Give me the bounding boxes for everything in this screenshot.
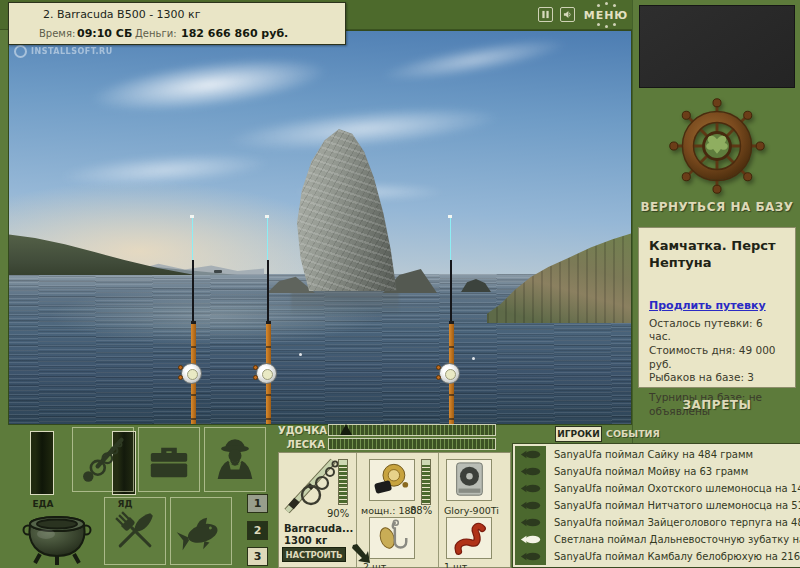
event-text: SanyaUfa поймал Мойву на 63 грамм — [554, 466, 748, 477]
event-row: SanyaUfa поймал Охотского шлемоносца на … — [515, 480, 799, 497]
rod-upper-shaft — [450, 260, 452, 321]
rod-condition-value: 90% — [327, 508, 349, 519]
reel-thumbnail — [372, 461, 412, 499]
event-fish-icon — [515, 483, 546, 494]
time-value: 09:10 СБ — [77, 27, 132, 40]
rod-reel — [256, 363, 277, 384]
event-row: SanyaUfa поймал Мойву на 63 грамм — [515, 463, 799, 480]
rod-upper-shaft — [192, 260, 194, 321]
fishing-line — [267, 218, 268, 260]
event-row: SanyaUfa поймал Камбалу белобрюхую на 21… — [515, 548, 799, 565]
rod-bar-label: УДОЧКА — [278, 425, 325, 436]
tacklebox-icon — [143, 434, 195, 486]
active-rod-title: 2. Barracuda B500 - 1300 кг — [43, 8, 201, 21]
event-row: SanyaUfa поймал Нитчатого шлемоносца на … — [515, 497, 799, 514]
event-text: SanyaUfa поймал Нитчатого шлемоносца на … — [554, 500, 800, 511]
food-gauge — [30, 431, 54, 495]
line-power-bar — [328, 438, 496, 450]
menu-button[interactable]: МЕНЮ — [581, 2, 631, 28]
fishing-rod-3[interactable] — [446, 217, 456, 425]
sound-icon — [563, 10, 572, 19]
event-row: Светлана поймал Дальневосточную зубатку … — [515, 531, 799, 548]
rod-reel — [181, 363, 202, 384]
event-fish-icon — [515, 534, 546, 545]
tacklebox-button[interactable] — [138, 427, 200, 492]
reel-condition-value: 88% — [410, 505, 432, 516]
bait-slot[interactable] — [446, 517, 492, 559]
events-tab-players[interactable]: ИГРОКИ — [555, 426, 602, 442]
events-tab-events[interactable]: СОБЫТИЯ — [606, 428, 660, 439]
rod-slot-1[interactable]: 1 — [247, 494, 268, 513]
fisherman-icon — [209, 434, 261, 486]
pause-icon — [541, 10, 550, 19]
reel-knob — [178, 365, 183, 370]
events-panel: SanyaUfa поймал Сайку на 484 грамм Sanya… — [512, 443, 800, 568]
line-name: Glory-900Ti — [444, 505, 499, 516]
rod-upper-shaft — [267, 260, 269, 321]
fishing-rod-1[interactable] — [188, 217, 198, 425]
reel-condition-bar — [421, 459, 431, 505]
game-window: МЕНЮ 2. Barracuda B500 - 1300 кг Время: … — [0, 0, 800, 568]
pot-icon — [20, 510, 94, 566]
rod-weight: 1300 кг — [284, 535, 353, 547]
return-to-base-button[interactable]: ВЕРНУТЬСЯ НА БАЗУ — [633, 200, 800, 214]
bait-count: 1 шт. — [444, 561, 470, 568]
fish-keeper-button[interactable] — [170, 497, 232, 565]
fishing-line — [192, 218, 193, 260]
extend-ticket-link[interactable]: Продлить путевку — [649, 299, 766, 312]
water-glint — [472, 357, 475, 360]
pause-button[interactable] — [538, 7, 553, 22]
money-value: 182 666 860 руб. — [181, 27, 288, 40]
rod-info-box: 2. Barracuda B500 - 1300 кг Время: 09:10… — [8, 2, 346, 45]
event-text: Светлана поймал Дальневосточную зубатку … — [554, 534, 800, 545]
reel-knob — [253, 365, 258, 370]
reel-knob — [436, 365, 441, 370]
rod-slot-3[interactable]: 3 — [247, 547, 268, 566]
event-fish-icon — [515, 517, 546, 528]
return-to-base-wheel-button[interactable] — [669, 96, 765, 196]
watermark: INSTALLSOFT.RU — [14, 45, 113, 58]
distant-boat — [214, 270, 222, 273]
configure-button[interactable]: НАСТРОИТЬ — [282, 547, 346, 562]
location-title: Камчатка. Перст Нептуна — [649, 238, 787, 272]
rod-bar-marker — [340, 424, 352, 435]
reel-knob — [436, 375, 441, 380]
tackle-panel: 90% Barracuda... 1300 кг НАСТРОИТЬ мощн.… — [278, 452, 511, 568]
bans-button[interactable]: ЗАПРЕТЫ — [633, 398, 800, 412]
water-glint — [299, 353, 302, 356]
line-spool-thumbnail — [449, 461, 489, 499]
time-label: Время: — [39, 28, 75, 39]
scene-viewport[interactable]: INSTALLSOFT.RU — [8, 30, 632, 425]
location-panel: Камчатка. Перст Нептуна Продлить путевку… — [638, 227, 796, 388]
reel-knob — [253, 375, 258, 380]
line-bar-label: ЛЕСКА — [278, 439, 325, 450]
line-slot[interactable] — [446, 459, 492, 501]
sound-button[interactable] — [560, 7, 575, 22]
groundbait-pot-button[interactable] — [20, 510, 94, 566]
location-info-line: Рыбаков на базе: 3 — [649, 371, 787, 385]
bait-thumbnail — [449, 519, 489, 557]
fishing-line — [450, 218, 451, 260]
event-text: SanyaUfa поймал Зайцеголового терпуга на… — [554, 517, 800, 528]
reel-slot[interactable] — [369, 459, 415, 501]
location-info-line: Осталось путевки: 6 час. — [649, 317, 787, 344]
food-label: ЕДА — [31, 499, 55, 509]
rods-button[interactable] — [72, 427, 134, 492]
hook-slot[interactable] — [369, 517, 415, 559]
reel-power: мощн.: 180 — [361, 505, 417, 516]
watermark-logo-icon — [14, 45, 27, 58]
kitchen-button[interactable] — [104, 497, 166, 565]
fisherman-button[interactable] — [204, 427, 266, 492]
location-info-line: Стоимость дня: 49 000 руб. — [649, 344, 787, 371]
hook-count: 2 шт. — [363, 561, 389, 568]
minimap-panel — [639, 5, 795, 88]
event-fish-icon — [515, 449, 546, 460]
rod-name: Barracuda... 1300 кг — [284, 523, 353, 546]
ship-wheel-icon — [669, 96, 765, 196]
fishing-rod-2[interactable] — [263, 217, 273, 425]
rod-slot-2[interactable]: 2 — [247, 521, 268, 540]
rod-condition-bar — [338, 459, 348, 505]
cutlery-icon — [108, 503, 162, 559]
fish-icon — [174, 503, 228, 559]
divider — [438, 453, 439, 567]
